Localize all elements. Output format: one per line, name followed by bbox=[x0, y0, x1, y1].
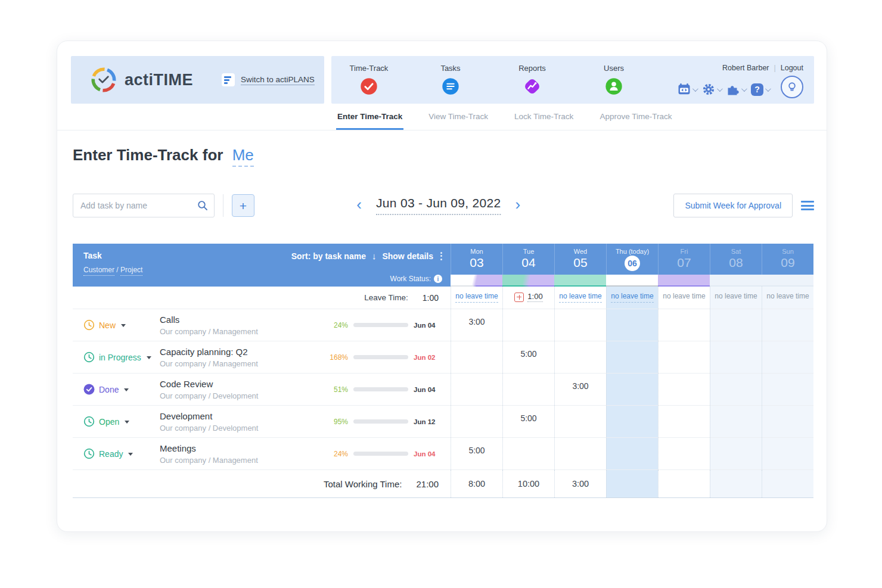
logout-link[interactable]: Logout bbox=[781, 64, 803, 72]
leave-entry[interactable]: 1:00 bbox=[514, 292, 542, 302]
time-cell[interactable] bbox=[606, 341, 658, 373]
day-header-cell[interactable]: Mon 03 bbox=[451, 244, 502, 275]
time-cell[interactable] bbox=[451, 341, 502, 373]
time-cell[interactable] bbox=[554, 438, 606, 469]
search-input[interactable] bbox=[80, 201, 197, 210]
time-cell[interactable] bbox=[762, 406, 813, 437]
nav-users[interactable]: Users bbox=[585, 56, 642, 97]
switch-to-actiplans-link[interactable]: Switch to actiPLANS bbox=[222, 73, 315, 86]
time-cell[interactable] bbox=[554, 341, 606, 373]
task-name-block[interactable]: Code Review Our company / Development bbox=[151, 379, 327, 400]
status-dropdown[interactable]: Open bbox=[73, 416, 151, 427]
subnav-lock-time-track[interactable]: Lock Time-Track bbox=[513, 105, 574, 130]
time-cell[interactable]: 5:00 bbox=[502, 341, 554, 373]
time-cell[interactable] bbox=[554, 309, 606, 341]
day-header-cell[interactable]: Sat 08 bbox=[710, 244, 762, 275]
time-cell[interactable] bbox=[554, 406, 606, 437]
time-cell[interactable] bbox=[658, 438, 710, 469]
subnav-enter-time-track[interactable]: Enter Time-Track bbox=[336, 105, 403, 130]
time-cell[interactable] bbox=[502, 438, 554, 469]
scope-selector[interactable]: Me bbox=[232, 146, 254, 167]
time-cell[interactable] bbox=[606, 309, 658, 341]
task-name-block[interactable]: Calls Our company / Management bbox=[151, 315, 327, 336]
customer-sort-link[interactable]: Customer bbox=[83, 266, 114, 276]
help-menu[interactable]: ? bbox=[751, 83, 769, 96]
subnav-approve-time-track[interactable]: Approve Time-Track bbox=[598, 105, 673, 130]
time-cell[interactable] bbox=[710, 374, 762, 405]
time-cell[interactable] bbox=[502, 309, 554, 341]
progress-percent: 24% bbox=[327, 321, 348, 329]
no-leave-link[interactable]: no leave time bbox=[559, 292, 601, 303]
task-name[interactable]: Development bbox=[160, 411, 327, 421]
no-leave-text: no leave time bbox=[715, 292, 757, 302]
no-leave-link[interactable]: no leave time bbox=[611, 292, 653, 303]
more-options-icon[interactable] bbox=[440, 252, 442, 260]
info-icon[interactable]: i bbox=[434, 275, 442, 283]
nav-tasks[interactable]: Tasks bbox=[422, 56, 479, 97]
date-range[interactable]: Jun 03 - Jun 09, 2022 bbox=[376, 196, 501, 215]
day-number: 03 bbox=[451, 256, 502, 270]
add-leave-icon[interactable] bbox=[514, 293, 524, 302]
task-name[interactable]: Meetings bbox=[160, 443, 327, 453]
time-cell[interactable]: 3:00 bbox=[451, 309, 502, 341]
day-header-cell[interactable]: Sun 09 bbox=[762, 244, 813, 275]
nav-reports[interactable]: Reports bbox=[504, 56, 561, 97]
day-header-cell[interactable]: Fri 07 bbox=[658, 244, 710, 275]
sort-direction-icon[interactable]: ↓ bbox=[372, 251, 377, 261]
day-header-cell[interactable]: Tue 04 bbox=[502, 244, 554, 275]
task-name-block[interactable]: Meetings Our company / Management bbox=[151, 443, 327, 465]
show-details-toggle[interactable]: Show details bbox=[382, 251, 433, 261]
status-dropdown[interactable]: New bbox=[73, 319, 151, 331]
time-cell[interactable] bbox=[710, 438, 762, 469]
status-dropdown[interactable]: Done bbox=[73, 384, 151, 395]
integrations-menu[interactable] bbox=[726, 83, 746, 96]
calendar-menu[interactable] bbox=[678, 83, 697, 96]
time-cell[interactable] bbox=[710, 406, 762, 437]
time-cell[interactable] bbox=[762, 341, 813, 373]
nav-time-track[interactable]: Time-Track bbox=[340, 56, 397, 97]
work-status-strip-sat bbox=[710, 275, 762, 287]
project-sort-link[interactable]: Project bbox=[120, 266, 142, 276]
task-name[interactable]: Capacity planning: Q2 bbox=[160, 347, 327, 357]
task-search[interactable] bbox=[73, 194, 215, 217]
leave-value[interactable]: 1:00 bbox=[527, 292, 542, 302]
sort-by-task-name[interactable]: Sort: by task name bbox=[291, 251, 366, 261]
task-name[interactable]: Calls bbox=[160, 315, 327, 325]
status-dropdown[interactable]: Ready bbox=[73, 448, 151, 459]
task-name-block[interactable]: Capacity planning: Q2 Our company / Mana… bbox=[151, 347, 327, 368]
settings-menu[interactable] bbox=[702, 83, 721, 96]
time-cell[interactable] bbox=[762, 309, 813, 341]
prev-week-icon[interactable]: ‹ bbox=[356, 197, 362, 214]
status-dropdown[interactable]: in Progress bbox=[73, 351, 151, 363]
time-cell[interactable] bbox=[710, 309, 762, 341]
time-cell[interactable] bbox=[451, 374, 502, 405]
time-cell[interactable]: 5:00 bbox=[451, 438, 502, 469]
add-task-button[interactable]: + bbox=[232, 194, 254, 217]
day-total-thu bbox=[606, 470, 658, 497]
time-cell[interactable]: 5:00 bbox=[502, 406, 554, 437]
time-cell[interactable] bbox=[762, 438, 813, 469]
time-cell[interactable]: 3:00 bbox=[554, 374, 606, 405]
time-cell[interactable] bbox=[658, 309, 710, 341]
time-cell[interactable] bbox=[710, 341, 762, 373]
no-leave-link[interactable]: no leave time bbox=[455, 292, 498, 303]
time-cell[interactable] bbox=[658, 406, 710, 437]
subnav-view-time-track[interactable]: View Time-Track bbox=[427, 105, 489, 130]
day-header-cell[interactable]: Wed 05 bbox=[554, 244, 606, 275]
time-cell[interactable] bbox=[502, 374, 554, 405]
time-cell[interactable] bbox=[606, 438, 658, 469]
time-cell[interactable] bbox=[606, 374, 658, 405]
task-name[interactable]: Code Review bbox=[160, 379, 327, 389]
next-week-icon[interactable]: › bbox=[515, 197, 520, 214]
submit-week-button[interactable]: Submit Week for Approval bbox=[673, 194, 793, 217]
day-header-cell-today[interactable]: Thu (today) 06 bbox=[606, 244, 658, 275]
user-name[interactable]: Robert Barber bbox=[722, 64, 769, 72]
menu-icon[interactable] bbox=[801, 201, 814, 210]
time-cell[interactable] bbox=[762, 374, 813, 405]
time-cell[interactable] bbox=[658, 374, 710, 405]
time-cell[interactable] bbox=[451, 406, 502, 437]
time-cell[interactable] bbox=[658, 341, 710, 373]
task-name-block[interactable]: Development Our company / Development bbox=[151, 411, 327, 433]
ideas-button[interactable] bbox=[781, 76, 803, 98]
time-cell[interactable] bbox=[606, 406, 658, 437]
